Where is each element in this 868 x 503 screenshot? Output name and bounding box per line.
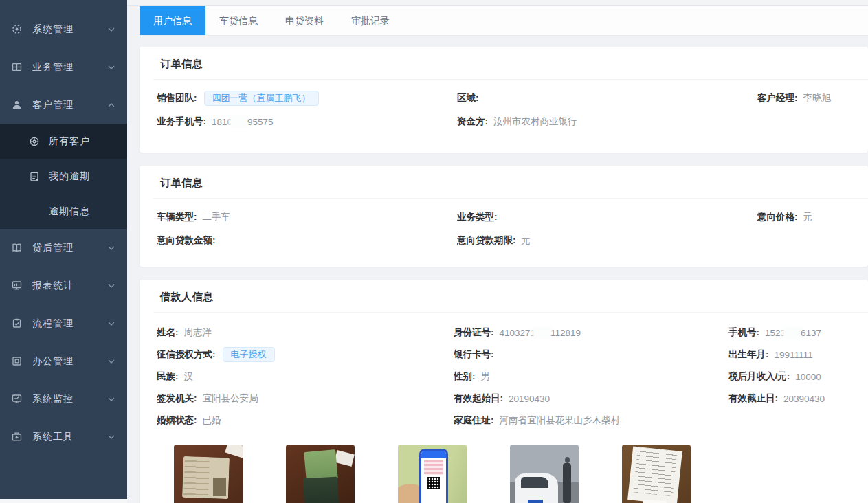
sidebar-submenu-customer: 所有客户 我的逾期 逾期信息 [0, 124, 127, 229]
field-label: 性别: [454, 370, 476, 383]
field-label: 客户经理: [757, 92, 798, 104]
gear-icon [11, 23, 25, 35]
field-label: 有效截止日: [728, 392, 778, 405]
sidebar-item-office-management[interactable]: 办公管理 [0, 342, 127, 380]
redaction-smudge [784, 328, 802, 338]
sidebar-item-system-management[interactable]: 系统管理 [0, 10, 127, 48]
field-label: 出生年月: [728, 348, 769, 361]
card-title: 借款人信息 [140, 280, 868, 312]
sidebar: 系统管理 业务管理 客户管理 所有客户 [0, 0, 127, 499]
tab-user-info[interactable]: 用户信息 [140, 6, 205, 35]
field-intended-loan-amount: 意向贷款金额: [157, 234, 457, 247]
field-value: 男 [481, 370, 491, 383]
id-card-photo[interactable] [174, 445, 243, 503]
qr-auth-photo[interactable] [398, 445, 467, 503]
person-car-photo[interactable] [510, 445, 579, 503]
field-value: 宜阳县公安局 [203, 392, 258, 405]
sidebar-item-system-monitor[interactable]: 系统监控 [0, 380, 127, 418]
sidebar-item-label: 所有客户 [49, 135, 90, 148]
sidebar-item-label: 贷后管理 [32, 242, 108, 254]
tab-loan-application-docs[interactable]: 申贷资料 [271, 6, 337, 35]
photo-item: 其他材料 [622, 445, 691, 503]
clipboard-icon [11, 317, 25, 329]
field-value: 汉 [184, 370, 194, 383]
photo-layer [303, 477, 339, 503]
field-label: 意向贷款金额: [157, 234, 216, 247]
document-icon [29, 171, 42, 182]
sidebar-item-postloan-management[interactable]: 贷后管理 [0, 229, 127, 267]
borrower-info-card: 借款人信息 姓名: 周志洋 身份证号: 4103271112819 手机号: 1… [140, 280, 868, 503]
grid-icon [11, 61, 25, 73]
field-label: 身份证号: [454, 326, 494, 339]
sidebar-item-label: 我的逾期 [49, 170, 90, 183]
chevron-up-icon [108, 103, 115, 107]
field-label: 民族: [157, 370, 179, 383]
tab-approval-records[interactable]: 审批记录 [337, 6, 403, 35]
field-business-phone: 业务手机号: 181095575 [157, 115, 457, 128]
field-value: 19911111 [775, 350, 813, 360]
order-info-card-1: 订单信息 销售团队: 四团一营（直属王鹏飞） 区域: 客户经理: 李晓旭 [140, 47, 868, 153]
field-value: 已婚 [203, 414, 221, 427]
field-value: 20190430 [509, 394, 550, 404]
tab-car-loan-info[interactable]: 车贷信息 [205, 6, 271, 35]
field-label: 婚姻状态: [157, 414, 197, 427]
photo-layer [334, 450, 355, 467]
document-photo[interactable] [622, 445, 691, 503]
monitor-chart-icon [11, 280, 25, 291]
top-strip [127, 0, 868, 6]
photo-layer [565, 457, 570, 463]
field-mobile: 手机号: 15236137 [728, 326, 868, 339]
field-issuing-authority: 签发机关: 宜阳县公安局 [157, 392, 454, 405]
field-valid-to: 有效截止日: 20390430 [728, 392, 868, 405]
sidebar-item-process-management[interactable]: 流程管理 [0, 304, 127, 342]
photo-item: 人车合影 [510, 445, 579, 503]
sidebar-item-label: 系统管理 [32, 23, 108, 36]
field-business-type: 业务类型: [457, 211, 757, 223]
field-monthly-income: 税后月收入/元: 10000 [728, 370, 868, 383]
square-in-square-icon [11, 355, 25, 367]
field-label: 业务类型: [457, 211, 498, 223]
sidebar-item-system-tools[interactable]: 系统工具 [0, 418, 127, 456]
field-name: 姓名: 周志洋 [157, 326, 454, 339]
field-value: 15236137 [765, 328, 821, 338]
toolbox-icon [11, 431, 25, 443]
field-funder: 资金方: 汝州市农村商业银行 [457, 115, 757, 128]
horizontal-scrollbar-track[interactable] [0, 499, 127, 503]
chevron-down-icon [108, 322, 115, 326]
sidebar-item-overdue-info[interactable]: 逾期信息 [0, 194, 127, 229]
sidebar-item-customer-management[interactable]: 客户管理 [0, 86, 127, 124]
field-label: 业务手机号: [157, 115, 206, 128]
photo-layer [521, 477, 548, 488]
field-bank-card: 银行卡号: [454, 348, 728, 361]
chevron-down-icon [108, 284, 115, 288]
sidebar-item-report-statistics[interactable]: 报表统计 [0, 267, 127, 304]
sidebar-item-label: 客户管理 [32, 99, 108, 111]
sidebar-item-label: 系统工具 [32, 431, 108, 443]
sidebar-item-label: 流程管理 [32, 317, 108, 330]
order-info-card-2: 订单信息 车辆类型: 二手车 业务类型: 意向价格: 元 [140, 166, 868, 267]
chevron-down-icon [108, 65, 115, 69]
photo-layer [642, 500, 666, 503]
card-title: 订单信息 [140, 166, 868, 198]
sidebar-item-my-overdue[interactable]: 我的逾期 [0, 159, 127, 194]
field-intended-price: 意向价格: 元 [757, 211, 868, 223]
coin-icon [29, 136, 42, 147]
monitor-check-icon [11, 393, 25, 405]
chevron-down-icon [108, 27, 115, 32]
field-gender: 性别: 男 [454, 370, 728, 383]
field-label: 手机号: [728, 326, 759, 339]
tab-label: 申贷资料 [285, 15, 324, 26]
sidebar-item-all-customers[interactable]: 所有客户 [0, 124, 127, 159]
field-value: 10000 [795, 372, 821, 382]
credit-auth-tag[interactable]: 电子授权 [223, 347, 275, 363]
sidebar-item-label: 系统监控 [32, 393, 108, 405]
sales-team-tag[interactable]: 四团一营（直属王鹏飞） [204, 91, 319, 107]
tab-bar: 用户信息 车贷信息 申贷资料 审批记录 [140, 6, 868, 36]
photo-item: 征信授权 [398, 445, 467, 503]
sidebar-menu: 系统管理 业务管理 客户管理 所有客户 [0, 0, 127, 456]
field-label: 姓名: [157, 326, 179, 339]
sidebar-item-label: 业务管理 [32, 61, 108, 74]
license-photo[interactable] [286, 445, 355, 503]
sidebar-item-business-management[interactable]: 业务管理 [0, 48, 127, 86]
field-value: 元 [803, 211, 813, 223]
